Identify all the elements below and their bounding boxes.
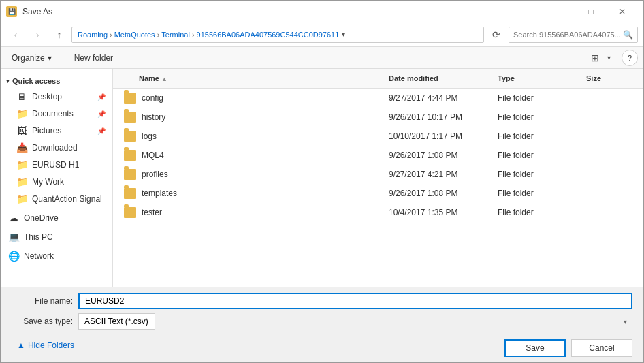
sidebar-section-this-pc: 💻 This PC bbox=[1, 229, 112, 245]
sidebar-item-desktop[interactable]: 🖥 Desktop 📌 bbox=[2, 89, 111, 105]
breadcrumb-terminal[interactable]: Terminal bbox=[161, 31, 190, 39]
window-icon: 💾 bbox=[6, 6, 17, 17]
save-as-select[interactable]: ASCII Text (*.csv)CSV (*.csv)Excel (*.xl… bbox=[78, 313, 155, 330]
sidebar-item-network[interactable]: 🌐 Network bbox=[2, 248, 111, 264]
file-list-header: Name ▲ Date modified Type Size bbox=[113, 69, 643, 89]
table-row[interactable]: config 9/27/2017 4:44 PM File folder bbox=[113, 89, 643, 108]
this-pc-label: This PC bbox=[24, 232, 53, 242]
desktop-label: Desktop bbox=[32, 92, 62, 101]
filename-row: File name: bbox=[12, 293, 632, 309]
new-folder-label: New folder bbox=[74, 53, 113, 63]
forward-button[interactable]: › bbox=[28, 25, 47, 44]
sidebar-item-eurusd-h1[interactable]: 📁 EURUSD H1 bbox=[2, 157, 111, 173]
organize-button[interactable]: Organize ▾ bbox=[6, 50, 57, 66]
nav-bar: ‹ › ↑ Roaming › MetaQuotes › Terminal › … bbox=[1, 22, 643, 47]
table-row[interactable]: MQL4 9/26/2017 1:08 PM File folder bbox=[113, 146, 643, 165]
maximize-button[interactable]: □ bbox=[575, 1, 607, 22]
breadcrumb-arrow: ▾ bbox=[342, 31, 345, 38]
pin-icon-pics: 📌 bbox=[97, 127, 106, 135]
save-as-select-wrapper: ASCII Text (*.csv)CSV (*.csv)Excel (*.xl… bbox=[78, 313, 632, 330]
col-type[interactable]: Type bbox=[495, 72, 583, 85]
my-work-icon: 📁 bbox=[16, 176, 28, 187]
folder-icon bbox=[124, 112, 136, 123]
onedrive-icon: ☁ bbox=[7, 212, 20, 223]
organize-label: Organize bbox=[12, 53, 45, 63]
pin-icon-docs: 📌 bbox=[97, 110, 106, 118]
filename-input[interactable] bbox=[78, 293, 632, 309]
search-input[interactable] bbox=[513, 31, 620, 39]
main-content: ▾ Quick access 🖥 Desktop 📌 📁 Documents 📌… bbox=[1, 69, 643, 287]
up-button[interactable]: ↑ bbox=[50, 25, 69, 44]
hide-folders-label: Hide Folders bbox=[28, 341, 74, 350]
quantaction-label: QuantAction Signal bbox=[32, 194, 102, 204]
minimize-button[interactable]: — bbox=[544, 1, 575, 22]
sidebar-item-downloaded[interactable]: 📥 Downloaded bbox=[2, 140, 111, 156]
window-title: Save As bbox=[22, 7, 52, 16]
toolbar: Organize ▾ New folder ⊞ ▾ ? bbox=[1, 47, 643, 69]
cancel-button[interactable]: Cancel bbox=[571, 339, 632, 357]
refresh-button[interactable]: ⟳ bbox=[487, 25, 506, 44]
sidebar: ▾ Quick access 🖥 Desktop 📌 📁 Documents 📌… bbox=[1, 69, 113, 287]
desktop-icon: 🖥 bbox=[16, 91, 28, 102]
toolbar-separator bbox=[63, 51, 63, 65]
network-label: Network bbox=[24, 251, 54, 261]
sort-arrow: ▲ bbox=[161, 76, 167, 82]
col-size[interactable]: Size bbox=[583, 72, 638, 85]
new-folder-button[interactable]: New folder bbox=[69, 50, 118, 66]
folder-icon bbox=[124, 207, 136, 218]
save-as-dialog: 💾 Save As — □ ✕ ‹ › ↑ Roaming › MetaQuot… bbox=[0, 0, 644, 363]
breadcrumb-metaquotes[interactable]: MetaQuotes bbox=[114, 31, 155, 39]
title-bar: 💾 Save As — □ ✕ bbox=[1, 1, 643, 22]
sidebar-item-my-work[interactable]: 📁 My Work bbox=[2, 174, 111, 190]
sidebar-section-quick-access: ▾ Quick access 🖥 Desktop 📌 📁 Documents 📌… bbox=[1, 74, 112, 207]
save-as-type-row: Save as type: ASCII Text (*.csv)CSV (*.c… bbox=[12, 313, 632, 330]
close-button[interactable]: ✕ bbox=[607, 1, 638, 22]
downloaded-icon: 📥 bbox=[16, 142, 28, 153]
title-controls: — □ ✕ bbox=[544, 1, 638, 22]
pictures-label: Pictures bbox=[32, 126, 61, 136]
breadcrumb-roaming[interactable]: Roaming bbox=[78, 31, 108, 39]
folder-icon bbox=[124, 131, 136, 142]
documents-icon: 📁 bbox=[16, 108, 28, 119]
network-icon: 🌐 bbox=[7, 251, 20, 262]
save-as-label: Save as type: bbox=[12, 317, 73, 326]
toolbar-right: ⊞ ▾ ? bbox=[585, 50, 638, 66]
hide-folders-toggle[interactable]: ▲ Hide Folders bbox=[12, 338, 80, 353]
search-box[interactable]: 🔍 bbox=[509, 27, 638, 43]
organize-arrow: ▾ bbox=[48, 53, 52, 63]
eurusd-label: EURUSD H1 bbox=[32, 160, 79, 170]
sidebar-header-quick-access[interactable]: ▾ Quick access bbox=[1, 74, 112, 88]
table-row[interactable]: logs 10/10/2017 1:17 PM File folder bbox=[113, 127, 643, 146]
hide-folders-arrow: ▲ bbox=[17, 341, 25, 350]
folder-icon bbox=[124, 93, 136, 104]
pictures-icon: 🖼 bbox=[16, 125, 28, 136]
sidebar-item-this-pc[interactable]: 💻 This PC bbox=[2, 229, 111, 245]
folder-icon bbox=[124, 169, 136, 180]
breadcrumb[interactable]: Roaming › MetaQuotes › Terminal › 915566… bbox=[71, 27, 484, 43]
help-button[interactable]: ? bbox=[622, 50, 638, 66]
table-row[interactable]: profiles 9/27/2017 4:21 PM File folder bbox=[113, 165, 643, 184]
col-name[interactable]: Name ▲ bbox=[118, 72, 386, 85]
save-button[interactable]: Save bbox=[504, 339, 566, 357]
sidebar-item-documents[interactable]: 📁 Documents 📌 bbox=[2, 106, 111, 122]
breadcrumb-id[interactable]: 915566BA06ADA407569C544CC0D97611 bbox=[197, 31, 340, 39]
sidebar-item-quantaction[interactable]: 📁 QuantAction Signal bbox=[2, 191, 111, 207]
sidebar-item-pictures[interactable]: 🖼 Pictures 📌 bbox=[2, 123, 111, 139]
sidebar-section-network: 🌐 Network bbox=[1, 248, 112, 264]
bottom-panel: File name: Save as type: ASCII Text (*.c… bbox=[1, 287, 643, 362]
view-arrow: ▾ bbox=[607, 54, 611, 61]
col-date[interactable]: Date modified bbox=[386, 72, 495, 85]
my-work-label: My Work bbox=[32, 177, 64, 187]
table-row[interactable]: templates 9/26/2017 1:08 PM File folder bbox=[113, 184, 643, 203]
quantaction-icon: 📁 bbox=[16, 193, 28, 204]
table-row[interactable]: tester 10/4/2017 1:35 PM File folder bbox=[113, 203, 643, 222]
onedrive-label: OneDrive bbox=[24, 213, 59, 223]
view-button[interactable]: ⊞ bbox=[585, 50, 605, 66]
eurusd-icon: 📁 bbox=[16, 159, 28, 170]
sidebar-item-onedrive[interactable]: ☁ OneDrive bbox=[2, 210, 111, 226]
folder-icon bbox=[124, 150, 136, 161]
table-row[interactable]: history 9/26/2017 10:17 PM File folder bbox=[113, 108, 643, 127]
back-button[interactable]: ‹ bbox=[6, 25, 25, 44]
quick-access-label: Quick access bbox=[12, 77, 60, 85]
chevron-icon: ▾ bbox=[6, 78, 10, 84]
